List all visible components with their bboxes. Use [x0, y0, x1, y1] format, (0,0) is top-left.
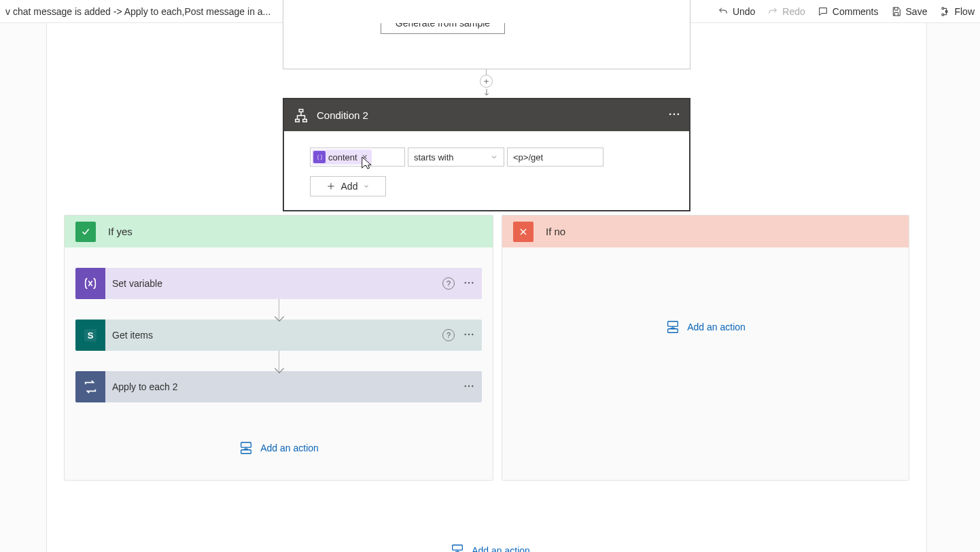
condition-header[interactable]: Condition 2: [284, 99, 689, 131]
condition-operator-select[interactable]: starts with: [408, 148, 504, 167]
svg-point-5: [678, 114, 680, 116]
variable-icon: [75, 268, 105, 299]
action-more-button[interactable]: [463, 328, 475, 343]
branches: If yes Set variable ?: [64, 215, 909, 481]
close-icon: [513, 222, 533, 242]
token-remove-button[interactable]: ✕: [360, 153, 369, 162]
svg-point-9: [465, 333, 466, 334]
action-more-button[interactable]: [463, 380, 475, 394]
if-yes-header[interactable]: If yes: [65, 215, 493, 247]
condition-icon: [292, 107, 310, 124]
comments-label: Comments: [833, 6, 879, 17]
redo-label: Redo: [782, 6, 805, 17]
svg-point-4: [673, 114, 676, 116]
svg-rect-0: [299, 109, 303, 111]
help-icon[interactable]: ?: [442, 277, 455, 290]
add-action-button-bottom[interactable]: Add an action: [450, 543, 530, 552]
condition-add-button[interactable]: Add: [310, 176, 386, 196]
condition-more-button[interactable]: [667, 107, 681, 123]
loop-icon: [75, 371, 105, 402]
toolbar-actions: Undo Redo Comments Save Flow: [718, 6, 975, 17]
svg-point-3: [669, 114, 671, 116]
svg-rect-16: [241, 450, 251, 454]
flow-checker-button[interactable]: Flow: [939, 6, 975, 17]
add-action-icon: [665, 320, 680, 334]
generate-from-sample-label: Generate from sample: [396, 23, 490, 29]
add-action-icon: [450, 543, 465, 552]
apply-to-each-action[interactable]: Apply to each 2: [75, 371, 482, 402]
undo-label: Undo: [733, 6, 755, 17]
add-action-bottom-row: Add an action: [0, 543, 980, 552]
flow-breadcrumb: v chat message is added -> Apply to each…: [5, 6, 270, 17]
condition-left-input[interactable]: content ✕: [310, 148, 405, 167]
dynamic-content-token[interactable]: content ✕: [312, 150, 372, 165]
add-action-label: Add an action: [260, 443, 319, 453]
action-more-button[interactable]: [463, 277, 475, 291]
condition-card[interactable]: Condition 2 content ✕ starts with: [283, 98, 690, 211]
svg-point-13: [468, 385, 470, 386]
token-expression-icon: [313, 151, 326, 163]
if-yes-label: If yes: [108, 226, 133, 237]
undo-icon: [718, 6, 729, 17]
svg-point-10: [468, 333, 470, 334]
if-no-header[interactable]: If no: [502, 215, 909, 247]
redo-icon: [767, 6, 778, 17]
svg-point-6: [465, 281, 466, 283]
get-items-action[interactable]: S Get items ?: [75, 320, 482, 351]
add-action-label: Add an action: [472, 545, 530, 552]
svg-point-7: [468, 281, 470, 283]
flow-icon: [939, 6, 950, 17]
if-no-body: Add an action: [502, 247, 909, 367]
set-variable-label: Set variable: [105, 278, 442, 289]
redo-button[interactable]: Redo: [767, 6, 805, 17]
svg-rect-2: [303, 119, 307, 122]
save-button[interactable]: Save: [891, 6, 928, 17]
svg-rect-15: [241, 443, 251, 447]
insert-step-button[interactable]: +: [480, 75, 493, 88]
save-label: Save: [906, 6, 928, 17]
if-yes-branch: If yes Set variable ?: [64, 215, 493, 481]
flow-canvas[interactable]: Generate from sample + Condition 2: [0, 23, 980, 552]
sharepoint-icon: S: [75, 320, 105, 351]
help-icon[interactable]: ?: [442, 329, 455, 341]
svg-point-12: [465, 385, 466, 386]
svg-rect-19: [453, 545, 463, 550]
connector-arrow: [279, 299, 279, 320]
add-action-icon: [239, 441, 253, 455]
set-variable-action[interactable]: Set variable ?: [75, 268, 482, 299]
condition-body: content ✕ starts with <p>/get Add: [284, 131, 689, 210]
save-icon: [891, 6, 902, 17]
svg-point-14: [472, 385, 473, 386]
add-action-label: Add an action: [687, 322, 746, 332]
add-action-button-yes[interactable]: Add an action: [239, 441, 319, 455]
flow-label: Flow: [954, 6, 975, 17]
condition-title: Condition 2: [317, 109, 667, 121]
chevron-down-icon: [363, 183, 370, 190]
svg-point-11: [472, 333, 473, 334]
apply-to-each-label: Apply to each 2: [105, 381, 463, 392]
svg-rect-17: [668, 322, 678, 326]
condition-row: content ✕ starts with <p>/get: [310, 148, 663, 167]
comments-button[interactable]: Comments: [818, 6, 879, 17]
if-no-branch: If no Add an action: [502, 215, 909, 481]
add-action-button-no[interactable]: Add an action: [665, 320, 746, 334]
if-no-label: If no: [546, 226, 565, 237]
svg-rect-18: [668, 329, 678, 333]
generate-from-sample-button[interactable]: Generate from sample: [381, 23, 505, 34]
comment-icon: [818, 6, 828, 17]
condition-value-input[interactable]: <p>/get: [507, 148, 603, 167]
svg-point-8: [472, 281, 473, 283]
get-items-label: Get items: [105, 330, 442, 341]
svg-rect-1: [296, 119, 300, 122]
operator-label: starts with: [414, 152, 454, 162]
chevron-down-icon: [490, 153, 498, 161]
undo-button[interactable]: Undo: [718, 6, 755, 17]
plus-icon: +: [484, 77, 489, 86]
if-yes-body: Set variable ? S Get items ?: [65, 247, 493, 480]
connector-arrow: [279, 351, 279, 371]
plus-icon: [326, 182, 336, 191]
condition-value-text: <p>/get: [513, 152, 543, 162]
check-icon: [75, 222, 96, 242]
token-label: content: [328, 152, 357, 162]
parse-json-card-partial[interactable]: [283, 0, 690, 69]
